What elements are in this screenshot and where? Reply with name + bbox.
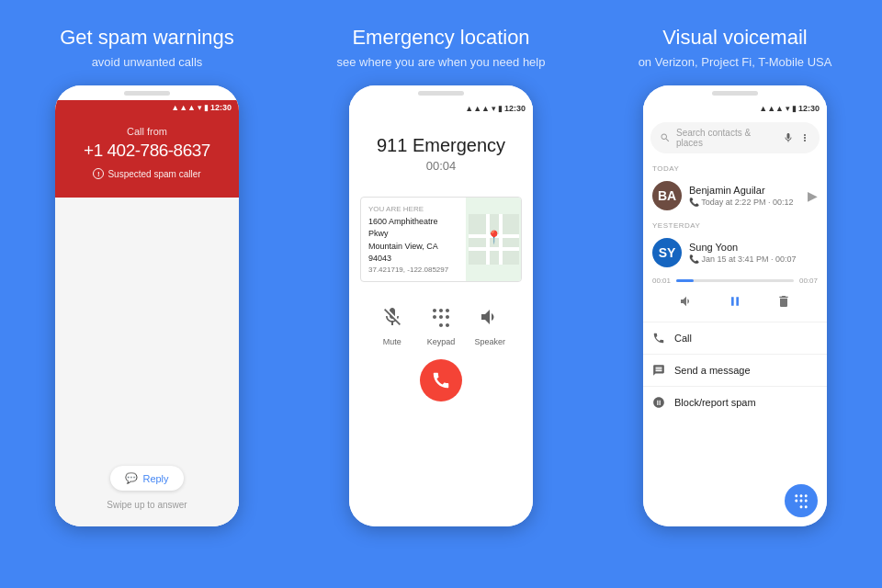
mute-action[interactable]: Mute <box>376 300 409 346</box>
vm-divider-3 <box>643 386 827 387</box>
phone-frame-3: ▲▲▲ ▾ ▮ 12:30 Search contacts & places <box>643 85 827 526</box>
spam-warning-text: ! Suspected spam caller <box>64 168 230 179</box>
vm-divider-1 <box>643 322 827 322</box>
vm-search-bar[interactable]: Search contacts & places <box>650 122 820 153</box>
speaker-action[interactable]: Speaker <box>473 300 506 346</box>
pause-icon[interactable] <box>728 294 742 309</box>
vm-time-start: 00:01 <box>652 277 673 285</box>
vm-avatar-1: BA <box>652 181 682 210</box>
keypad-action[interactable]: Keypad <box>424 300 458 346</box>
end-call-area <box>349 352 533 414</box>
phone-notch-bar-2 <box>418 91 464 96</box>
reply-button[interactable]: 💬 Reply <box>110 466 183 491</box>
vm-contact-name-2: Sung Yoon <box>689 242 818 253</box>
phone-notch-bar <box>124 91 170 96</box>
call-from-label: Call from <box>64 126 230 137</box>
emergency-status-time: 12:30 <box>504 104 526 113</box>
location-coordinates: 37.421719, -122.085297 <box>368 266 458 274</box>
end-call-button[interactable] <box>420 359 462 401</box>
emergency-panel: Emergency location see where you are whe… <box>294 0 588 588</box>
block-action-icon <box>652 396 665 409</box>
vm-block-action[interactable]: Block/report spam <box>643 389 827 416</box>
emergency-panel-title: Emergency location <box>352 26 529 50</box>
location-address-line2: Mountain View, CA 94043 <box>368 241 458 264</box>
vm-divider-2 <box>643 354 827 355</box>
wifi-icon-v: ▾ <box>786 104 790 113</box>
swipe-instruction: Swipe up to answer <box>107 500 187 510</box>
emergency-header: 911 Emergency 00:04 <box>349 117 533 191</box>
caller-phone-number: +1 402-786-8637 <box>64 141 230 161</box>
warning-circle-icon: ! <box>93 168 104 179</box>
vm-contact-name-1: Benjamin Aguilar <box>689 185 800 196</box>
spam-status-bar: ▲▲▲ ▾ ▮ 12:30 <box>55 100 239 115</box>
voicemail-icon-2: 📞 <box>689 254 702 264</box>
map-grid: 📍 <box>469 214 519 265</box>
reply-label: Reply <box>142 473 168 484</box>
keypad-icon <box>424 300 458 334</box>
mute-icon <box>376 300 409 334</box>
speaker-label: Speaker <box>475 337 506 346</box>
vm-item-1[interactable]: BA Benjamin Aguilar 📞 Today at 2:22 PM ·… <box>643 175 827 216</box>
spam-header: Call from +1 402-786-8637 ! Suspected sp… <box>55 115 239 198</box>
spam-panel-subtitle: avoid unwanted calls <box>92 55 203 69</box>
phone-notch-bar-3 <box>712 91 758 96</box>
keypad-fab-icon <box>793 492 809 509</box>
signal-icon: ▲▲▲ <box>171 103 196 112</box>
vm-playback-controls <box>652 290 818 312</box>
vm-call-label: Call <box>674 333 692 344</box>
play-icon-1[interactable]: ▶ <box>808 188 818 203</box>
vm-call-action[interactable]: Call <box>643 324 827 352</box>
emergency-call-timer: 00:04 <box>358 159 524 173</box>
keypad-fab-button[interactable] <box>785 484 818 517</box>
more-icon[interactable] <box>799 132 810 143</box>
vm-status-time: 12:30 <box>798 104 820 113</box>
signal-icon-e: ▲▲▲ <box>465 104 490 113</box>
emergency-status-icons: ▲▲▲ ▾ ▮ 12:30 <box>465 104 526 113</box>
battery-icon-v: ▮ <box>792 104 797 113</box>
vm-message-action[interactable]: Send a message <box>643 356 827 384</box>
voicemail-icon-1: 📞 <box>689 198 701 207</box>
voicemail-screen: ▲▲▲ ▾ ▮ 12:30 Search contacts & places <box>643 100 827 526</box>
location-box: YOU ARE HERE 1600 Amphitheatre Pkwy Moun… <box>360 197 522 282</box>
voicemail-panel: Visual voicemail on Verizon, Project Fi,… <box>588 0 882 588</box>
keypad-label: Keypad <box>427 337 456 346</box>
spam-status-icons: ▲▲▲ ▾ ▮ 12:30 <box>171 103 232 112</box>
vm-time-end: 00:07 <box>797 277 818 285</box>
vm-item-2[interactable]: SY Sung Yoon 📞 Jan 15 at 3:41 PM · 00:07 <box>643 232 827 273</box>
vm-avatar-img-1: BA <box>652 181 682 210</box>
vm-item-info-1: Benjamin Aguilar 📞 Today at 2:22 PM · 00… <box>689 185 800 207</box>
call-actions-row: Mute Keypad Speake <box>349 288 533 352</box>
emergency-panel-subtitle: see where you are when you need help <box>337 55 546 69</box>
battery-icon-e: ▮ <box>498 104 503 113</box>
phone-notch-1 <box>55 85 239 100</box>
map-thumbnail: 📍 <box>466 198 521 281</box>
vm-status-bar: ▲▲▲ ▾ ▮ 12:30 <box>643 100 827 117</box>
delete-icon[interactable] <box>776 294 791 309</box>
phone-notch-2 <box>349 85 533 100</box>
spam-panel-title: Get spam warnings <box>60 26 234 50</box>
vm-progress-row: 00:01 00:07 <box>652 277 818 285</box>
wifi-icon: ▾ <box>198 103 202 112</box>
vm-item-info-2: Sung Yoon 📞 Jan 15 at 3:41 PM · 00:07 <box>689 242 818 264</box>
vm-search-placeholder: Search contacts & places <box>676 128 777 148</box>
vm-contact-meta-1: 📞 Today at 2:22 PM · 00:12 <box>689 198 800 207</box>
battery-icon: ▮ <box>204 103 209 112</box>
you-are-here-label: YOU ARE HERE <box>368 205 458 213</box>
volume-icon[interactable] <box>679 294 694 309</box>
speaker-icon <box>473 300 506 334</box>
vm-contact-meta-2: 📞 Jan 15 at 3:41 PM · 00:07 <box>689 254 818 264</box>
vm-progress-bar[interactable] <box>676 279 794 282</box>
voicemail-panel-title: Visual voicemail <box>662 26 807 50</box>
map-road-horizontal-2 <box>469 247 519 251</box>
vm-message-label: Send a message <box>674 365 751 376</box>
mic-icon <box>783 132 794 143</box>
call-action-icon <box>652 332 665 345</box>
map-pin-icon: 📍 <box>486 229 502 243</box>
spam-body: 💬 Reply Swipe up to answer <box>55 198 239 526</box>
vm-block-label: Block/report spam <box>674 397 756 408</box>
vm-expanded-controls: 00:01 00:07 <box>643 273 827 320</box>
wifi-icon-e: ▾ <box>492 104 496 113</box>
spam-screen: ▲▲▲ ▾ ▮ 12:30 Call from +1 402-786-8637 … <box>55 100 239 526</box>
vm-status-icons: ▲▲▲ ▾ ▮ 12:30 <box>759 104 820 113</box>
message-action-icon <box>652 364 665 377</box>
